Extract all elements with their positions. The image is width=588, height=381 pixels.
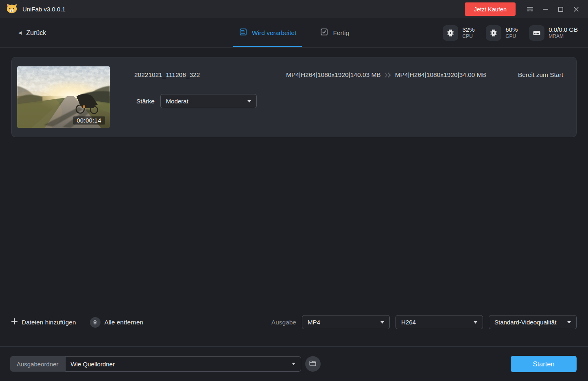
cpu-label: CPU <box>462 33 474 39</box>
mram-stat: 0.0/0.0 GB MRAM <box>529 25 578 41</box>
trash-icon <box>90 317 101 328</box>
app-title: UniFab v3.0.0.1 <box>22 6 66 13</box>
output-quality-select[interactable]: Standard-Videoqualität <box>489 315 577 329</box>
mram-label: MRAM <box>549 33 578 39</box>
add-files-label: Dateien hinzufügen <box>22 319 76 326</box>
titlebar: UniFab v3.0.0.1 Jetzt Kaufen <box>0 0 588 18</box>
chevron-down-icon <box>292 363 295 365</box>
output-folder-label: Ausgabeordner <box>10 356 65 372</box>
gpu-chip-icon <box>486 25 501 41</box>
add-files-button[interactable]: Dateien hinzufügen <box>11 318 76 326</box>
output-folder-group: Ausgabeordner Wie Quellordner <box>10 356 301 372</box>
output-quality-value: Standard-Videoqualität <box>494 319 556 326</box>
unifab-window: UniFab v3.0.0.1 Jetzt Kaufen ◀ Zurück <box>0 0 588 381</box>
maximize-button[interactable] <box>553 2 568 16</box>
remove-all-button[interactable]: Alle entfernen <box>90 317 144 328</box>
tab-fertig[interactable]: Fertig <box>314 18 355 47</box>
strength-label: Stärke <box>136 98 155 105</box>
output-format-select[interactable]: MP4 <box>302 315 390 329</box>
output-folder-select[interactable]: Wie Quellordner <box>65 356 301 372</box>
format-transition: MP4|H264|1080x1920|140.03 MB MP4|H264|10… <box>286 71 518 79</box>
video-title: 20221021_111206_322 <box>134 71 286 79</box>
ram-stick-icon <box>529 25 544 41</box>
tab-label: Fertig <box>333 29 349 37</box>
duration-badge: 00:00:14 <box>73 116 105 125</box>
unifab-logo-icon <box>6 3 18 15</box>
chevron-down-icon <box>247 100 251 103</box>
video-thumbnail: 00:00:14 <box>17 66 110 128</box>
start-button[interactable]: Starten <box>511 356 577 372</box>
mram-value: 0.0/0.0 GB <box>549 26 578 34</box>
cpu-value: 32% <box>462 26 474 34</box>
output-label: Ausgabe <box>271 319 296 326</box>
gpu-stat: 60% GPU <box>486 25 518 41</box>
menu-icon[interactable] <box>522 2 538 16</box>
app-identity: UniFab v3.0.0.1 <box>6 3 66 15</box>
back-label: Zurück <box>26 29 46 37</box>
bottom-toolbar: Dateien hinzufügen Alle entfernen Ausgab… <box>0 315 588 329</box>
status-text: Bereit zum Start <box>518 71 570 79</box>
system-stats: 32% CPU 60% GPU <box>443 18 578 47</box>
queue-item-body: 20221021_111206_322 MP4|H264|1080x1920|1… <box>134 66 570 128</box>
remove-all-label: Alle entfernen <box>105 319 144 326</box>
processing-list-icon <box>239 28 247 38</box>
chevron-down-icon <box>380 321 384 324</box>
close-button[interactable] <box>568 2 584 16</box>
gpu-label: GPU <box>505 33 518 39</box>
navbar: ◀ Zurück Wird verarbeitet <box>0 18 588 48</box>
browse-folder-button[interactable] <box>305 356 321 372</box>
back-button[interactable]: ◀ Zurück <box>18 18 46 47</box>
chevron-left-icon: ◀ <box>18 31 22 35</box>
output-format-value: MP4 <box>308 319 320 326</box>
buy-now-button[interactable]: Jetzt Kaufen <box>465 2 516 16</box>
tab-label: Wird verarbeitet <box>252 29 296 37</box>
empty-queue-space <box>0 137 588 315</box>
footer-bar: Ausgabeordner Wie Quellordner Starten <box>0 346 588 381</box>
folder-icon <box>309 360 316 368</box>
main-area: 00:00:14 20221021_111206_322 MP4|H264|10… <box>0 48 588 346</box>
source-format: MP4|H264|1080x1920|140.03 MB <box>286 71 381 79</box>
strength-row: Stärke Moderat <box>134 94 570 108</box>
cpu-stat: 32% CPU <box>443 25 474 41</box>
target-format: MP4|H264|1080x1920|34.00 MB <box>395 71 486 79</box>
plus-icon <box>11 318 17 326</box>
queue-item-info-row: 20221021_111206_322 MP4|H264|1080x1920|1… <box>134 71 570 79</box>
gpu-value: 60% <box>505 26 518 34</box>
strength-value: Moderat <box>166 98 188 105</box>
chevron-down-icon <box>567 321 571 324</box>
cpu-chip-icon <box>443 25 458 41</box>
check-square-icon <box>320 28 328 38</box>
tab-wird-verarbeitet[interactable]: Wird verarbeitet <box>233 18 302 47</box>
queue-item-card: 00:00:14 20221021_111206_322 MP4|H264|10… <box>11 57 577 137</box>
output-folder-value: Wie Quellordner <box>71 361 115 368</box>
minimize-button[interactable] <box>538 2 553 16</box>
output-codec-value: H264 <box>401 319 416 326</box>
double-chevron-right-icon <box>384 72 392 78</box>
strength-select[interactable]: Moderat <box>160 94 257 108</box>
output-settings: Ausgabe MP4 H264 Standard-Videoqualität <box>271 315 577 329</box>
chevron-down-icon <box>474 321 477 324</box>
output-codec-select[interactable]: H264 <box>396 315 483 329</box>
